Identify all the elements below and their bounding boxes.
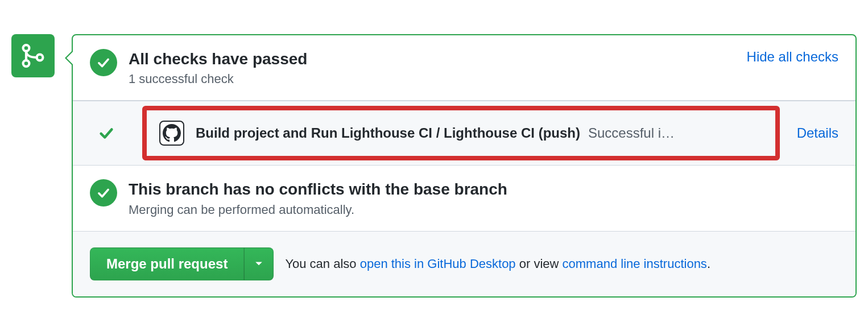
merge-options-dropdown[interactable] [244,247,274,280]
check-item-row: Build project and Run Lighthouse CI / Li… [73,101,855,166]
merge-footer-text: You can also open this in GitHub Desktop… [285,257,710,271]
merge-footer: Merge pull request You can also open thi… [73,231,855,296]
merge-button-group: Merge pull request [90,247,274,280]
conflicts-title: This branch has no conflicts with the ba… [129,179,838,200]
github-actions-icon [159,121,184,146]
check-icon [96,185,111,200]
check-details-link[interactable]: Details [797,125,838,141]
footer-text-prefix: You can also [285,257,359,271]
open-desktop-link[interactable]: open this in GitHub Desktop [360,257,516,271]
merge-status-panel: All checks have passed 1 successful chec… [72,34,857,298]
check-status: Successful i… [588,125,675,141]
merge-pull-request-button[interactable]: Merge pull request [90,247,244,280]
highlighted-check: Build project and Run Lighthouse CI / Li… [142,106,780,160]
hide-checks-link[interactable]: Hide all checks [747,49,838,65]
footer-text-suffix: . [707,257,710,271]
success-badge [90,49,117,76]
check-name[interactable]: Build project and Run Lighthouse CI / Li… [196,125,580,141]
footer-text-mid: or view [516,257,563,271]
checks-subtitle: 1 successful check [129,72,735,86]
success-badge [90,179,117,207]
git-merge-icon [19,42,47,69]
caret-down-icon [255,261,263,267]
checks-title: All checks have passed [129,49,735,69]
conflicts-subtitle: Merging can be performed automatically. [129,203,838,217]
merge-status-icon [11,34,55,77]
conflicts-section: This branch has no conflicts with the ba… [73,166,855,230]
cli-instructions-link[interactable]: command line instructions [563,257,707,271]
check-success-icon [98,125,115,142]
checks-summary-section: All checks have passed 1 successful chec… [73,35,855,101]
check-icon [96,55,111,70]
